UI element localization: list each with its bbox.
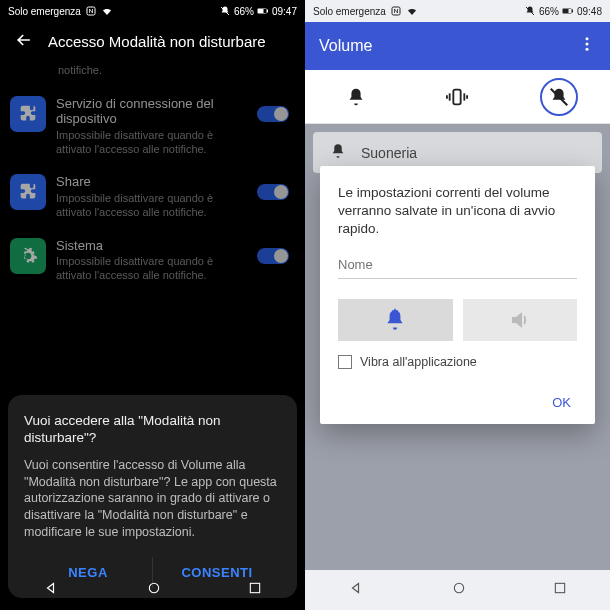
mute-icon (219, 5, 231, 17)
battery-pct: 66% (539, 6, 559, 17)
permission-dialog: Vuoi accedere alla "Modalità non disturb… (8, 395, 297, 598)
list-item[interactable]: Share Impossibile disattivare quando è a… (0, 168, 299, 231)
icon-option-bell[interactable] (338, 299, 453, 341)
item-sub: Impossibile disattivare quando è attivat… (56, 192, 247, 220)
nav-back-icon[interactable] (348, 579, 366, 601)
row-label: Suoneria (361, 145, 417, 161)
list-item[interactable]: Sistema Impossibile disattivare quando è… (0, 232, 299, 295)
page-title: Accesso Modalità non disturbare (48, 33, 266, 50)
name-input[interactable] (338, 253, 577, 279)
svg-point-5 (149, 583, 158, 592)
bell-icon[interactable] (337, 78, 375, 116)
toggle-switch[interactable] (257, 248, 289, 264)
dialog-question: Vuoi accedere alla "Modalità non disturb… (24, 413, 281, 447)
svg-rect-23 (555, 583, 564, 592)
item-title: Sistema (56, 238, 247, 254)
puzzle-icon (10, 174, 46, 210)
svg-point-12 (586, 37, 589, 40)
item-sub: Impossibile disattivare quando è attivat… (56, 255, 247, 283)
nav-home-icon[interactable] (451, 580, 467, 600)
clock: 09:47 (272, 6, 297, 17)
battery-icon (562, 5, 574, 17)
menu-icon[interactable] (578, 35, 596, 57)
toggle-switch[interactable] (257, 184, 289, 200)
battery-pct: 66% (234, 6, 254, 17)
gear-icon (10, 238, 46, 274)
mute-icon (524, 5, 536, 17)
bell-icon (329, 142, 347, 163)
carrier-text: Solo emergenza (313, 6, 386, 17)
vibrate-icon[interactable] (438, 78, 476, 116)
checkbox-label: Vibra all'applicazione (360, 355, 477, 369)
puzzle-icon (10, 96, 46, 132)
svg-point-14 (586, 48, 589, 51)
item-sub: Impossibile disattivare quando è attivat… (56, 129, 247, 157)
list-item[interactable]: Servizio di connessione del dispositivo … (0, 90, 299, 169)
nfc-icon (390, 5, 402, 17)
status-bar-left: Solo emergenza 66% 09:47 (0, 0, 305, 22)
toggle-switch[interactable] (257, 106, 289, 122)
svg-point-22 (454, 583, 463, 592)
mute-icon[interactable] (540, 78, 578, 116)
toolbar (305, 70, 610, 124)
svg-rect-3 (258, 9, 264, 13)
wifi-icon (101, 5, 113, 17)
svg-rect-10 (563, 9, 569, 13)
wifi-icon (406, 5, 418, 17)
dialog-body: Vuoi consentire l'accesso di Volume alla… (24, 457, 281, 541)
status-bar-right: Solo emergenza 66% 09:48 (305, 0, 610, 22)
svg-rect-6 (250, 583, 259, 592)
nav-recent-icon[interactable] (552, 580, 568, 600)
ok-button[interactable]: OK (338, 389, 577, 416)
app-bar: Volume (305, 22, 610, 70)
svg-rect-4 (267, 10, 268, 13)
nav-home-icon[interactable] (146, 580, 162, 600)
checkbox-icon[interactable] (338, 355, 352, 369)
nav-bar (0, 570, 305, 610)
battery-icon (257, 5, 269, 17)
item-title: Share (56, 174, 247, 190)
app-list: notifiche. Servizio di connessione del d… (0, 64, 305, 295)
dialog-msg: Le impostazioni correnti del volume verr… (338, 184, 577, 239)
nfc-icon (85, 5, 97, 17)
nav-back-icon[interactable] (43, 579, 61, 601)
svg-rect-11 (572, 10, 573, 13)
trail-text: notifiche. (58, 64, 102, 78)
svg-point-13 (586, 43, 589, 46)
svg-rect-15 (454, 89, 461, 104)
nav-bar (305, 570, 610, 610)
nav-recent-icon[interactable] (247, 580, 263, 600)
header: Accesso Modalità non disturbare (0, 22, 305, 64)
item-title: Servizio di connessione del dispositivo (56, 96, 247, 127)
back-icon[interactable] (14, 30, 34, 54)
appbar-title: Volume (319, 37, 372, 55)
vibrate-checkbox-row[interactable]: Vibra all'applicazione (338, 355, 577, 369)
save-dialog: Le impostazioni correnti del volume verr… (320, 166, 595, 424)
icon-option-speaker[interactable] (463, 299, 578, 341)
clock: 09:48 (577, 6, 602, 17)
carrier-text: Solo emergenza (8, 6, 81, 17)
